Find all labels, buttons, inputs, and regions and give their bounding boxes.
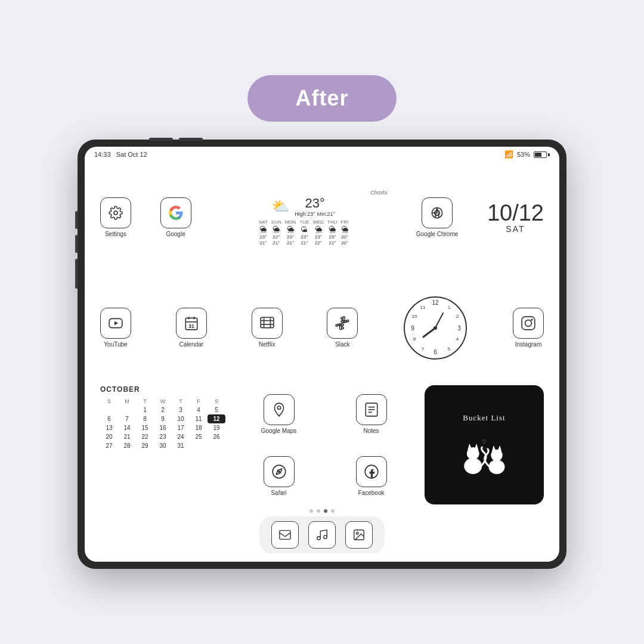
- weather-forecast: SAT🌦23°21° SUN🌦22°21° MON🌦23°21° TUE🌤23°…: [220, 219, 387, 246]
- page-dots: [309, 509, 335, 513]
- cal-day[interactable]: 28: [118, 441, 136, 450]
- svg-point-49: [489, 460, 505, 474]
- app-calendar[interactable]: 31 Calendar: [176, 308, 207, 348]
- app-netflix[interactable]: Netflix: [252, 308, 283, 348]
- cal-day[interactable]: 4: [190, 405, 208, 414]
- svg-text:♡: ♡: [482, 439, 487, 445]
- battery-icon: [534, 151, 550, 158]
- app-maps[interactable]: Google Maps: [235, 385, 323, 442]
- ipad-top-button2: [179, 138, 203, 141]
- cal-day[interactable]: 18: [190, 423, 208, 432]
- cal-day[interactable]: 24: [172, 432, 190, 441]
- cal-day[interactable]: 2: [154, 405, 172, 414]
- svg-text:11: 11: [420, 305, 426, 310]
- svg-point-56: [324, 535, 327, 539]
- cal-day[interactable]: 10: [172, 414, 190, 423]
- cal-day[interactable]: 29: [136, 441, 154, 450]
- slack-label: Slack: [335, 341, 349, 348]
- cal-day[interactable]: 22: [136, 432, 154, 441]
- cal-day[interactable]: 20: [100, 432, 118, 441]
- svg-text:12: 12: [432, 299, 439, 306]
- page-dot-3[interactable]: [324, 509, 327, 513]
- google-icon-box: [160, 197, 191, 228]
- cal-day[interactable]: 15: [136, 423, 154, 432]
- svg-text:31: 31: [188, 323, 194, 329]
- cal-day[interactable]: 7: [118, 414, 136, 423]
- app-settings[interactable]: Settings: [100, 197, 131, 237]
- chrome-icon-box: [422, 197, 453, 228]
- cal-day: [190, 441, 208, 450]
- svg-text:10: 10: [412, 314, 417, 319]
- cal-day[interactable]: 8: [136, 414, 154, 423]
- svg-marker-47: [467, 444, 472, 450]
- settings-icon-box: [100, 197, 131, 228]
- cal-day[interactable]: 13: [100, 423, 118, 432]
- dock-photos[interactable]: [345, 521, 373, 549]
- svg-point-35: [525, 320, 532, 327]
- app-instagram[interactable]: Instagram: [513, 308, 544, 348]
- svg-text:1: 1: [448, 305, 451, 310]
- app-safari[interactable]: Safari: [235, 447, 323, 504]
- notes-icon-box: [356, 394, 387, 425]
- dock-mail[interactable]: [271, 521, 299, 549]
- cal-day[interactable]: 31: [172, 441, 190, 450]
- svg-point-33: [434, 326, 437, 330]
- cal-day[interactable]: 11: [190, 414, 208, 423]
- cal-day[interactable]: 21: [118, 432, 136, 441]
- ipad-volume-button2: [75, 235, 78, 253]
- cal-day[interactable]: 1: [136, 405, 154, 414]
- app-facebook[interactable]: Facebook: [327, 447, 415, 504]
- svg-text:8: 8: [413, 336, 416, 342]
- wifi-icon: 📶: [504, 150, 513, 159]
- app-chrome[interactable]: Google Chrome: [416, 197, 459, 237]
- cal-day[interactable]: 23: [154, 432, 172, 441]
- svg-text:2: 2: [456, 314, 459, 319]
- bucket-list-widget: Bucket List: [425, 385, 544, 504]
- svg-text:6: 6: [434, 349, 437, 355]
- bucket-list-title: Bucket List: [463, 413, 505, 423]
- cal-day[interactable]: 19: [208, 423, 225, 432]
- youtube-label: YouTube: [104, 341, 127, 348]
- svg-text:3: 3: [457, 325, 461, 332]
- page-dot-1[interactable]: [309, 509, 313, 513]
- svg-marker-52: [497, 445, 502, 452]
- dock-music[interactable]: [308, 521, 336, 549]
- safari-icon-box: [264, 456, 295, 487]
- facebook-label: Facebook: [358, 490, 385, 496]
- cal-day[interactable]: 16: [154, 423, 172, 432]
- date-day: SAT: [487, 224, 544, 234]
- cal-day: [118, 405, 136, 414]
- page-dot-4[interactable]: [331, 509, 335, 513]
- cal-day[interactable]: 25: [190, 432, 208, 441]
- svg-point-45: [464, 458, 482, 474]
- status-time: 14:33 Sat Oct 12: [94, 151, 147, 158]
- instagram-label: Instagram: [515, 341, 541, 348]
- svg-text:9: 9: [411, 325, 414, 332]
- cal-day[interactable]: 9: [154, 414, 172, 423]
- calendar-widget-large: OCTOBER SMTWTFS 123456789101112131415161…: [100, 385, 225, 504]
- svg-rect-54: [280, 531, 290, 540]
- weather-widget: Choshi ⛅ 23° High:23° Min:21° SAT🌦23°21°…: [220, 190, 387, 246]
- app-notes[interactable]: Notes: [327, 385, 415, 442]
- cal-day[interactable]: 27: [100, 441, 118, 450]
- svg-text:7: 7: [422, 346, 425, 352]
- cal-day[interactable]: 30: [154, 441, 172, 450]
- cal-day[interactable]: 14: [118, 423, 136, 432]
- app-slack[interactable]: Slack: [327, 308, 358, 348]
- cal-day[interactable]: 3: [172, 405, 190, 414]
- cal-day[interactable]: 6: [100, 414, 118, 423]
- app-youtube[interactable]: YouTube: [100, 308, 131, 348]
- google-label: Google: [166, 231, 185, 237]
- settings-label: Settings: [105, 231, 126, 237]
- app-google[interactable]: Google: [160, 197, 191, 237]
- cal-day[interactable]: 17: [172, 423, 190, 432]
- svg-marker-51: [492, 445, 497, 452]
- instagram-icon-box: [513, 308, 544, 339]
- status-bar: 14:33 Sat Oct 12 📶 53%: [85, 147, 559, 160]
- cal-day[interactable]: 26: [208, 432, 225, 441]
- cal-day: [100, 405, 118, 414]
- bottom-middle-apps: Google Maps Notes: [235, 385, 415, 504]
- cal-day[interactable]: 12: [208, 414, 225, 423]
- cal-day[interactable]: 5: [208, 405, 225, 414]
- page-dot-2[interactable]: [317, 509, 320, 513]
